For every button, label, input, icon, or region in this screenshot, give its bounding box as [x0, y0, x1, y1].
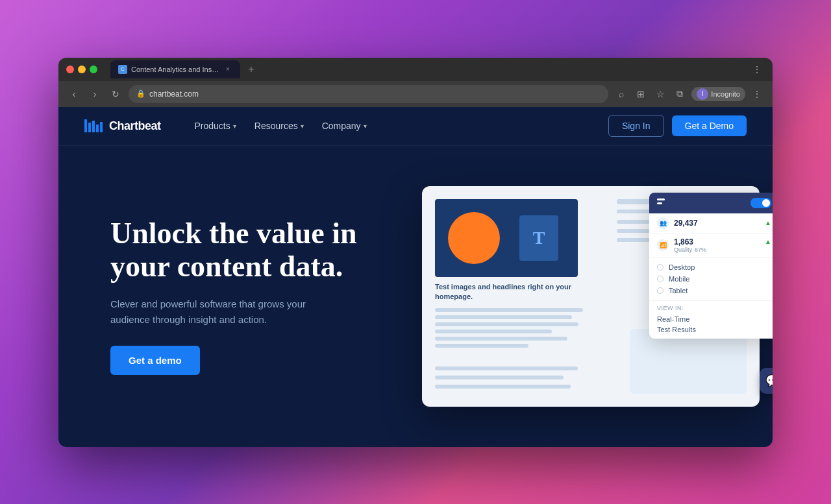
svg-rect-2 — [92, 121, 95, 132]
article-type-icon: T — [519, 215, 558, 261]
signal-icon: 📶 — [657, 239, 669, 251]
device-row-tablet[interactable]: Tablet — [657, 285, 771, 296]
article-line — [435, 315, 572, 319]
tab-bar: C Content Analytics and Insights × + — [110, 60, 744, 78]
mobile-radio[interactable] — [657, 276, 664, 282]
metric-visitors: 👥 29,437 ▲ — [649, 213, 773, 234]
view-realtime-option[interactable]: Real-Time — [657, 314, 771, 324]
sign-in-button[interactable]: Sign In — [608, 115, 664, 137]
visitors-icon: 👥 — [657, 217, 669, 229]
bookmark-icon[interactable]: ☆ — [652, 86, 668, 102]
profile-name: Incognito — [711, 90, 740, 98]
extensions-icon[interactable]: ⊞ — [633, 86, 649, 102]
toggle-switch[interactable] — [750, 198, 771, 208]
products-chevron-icon: ▾ — [233, 123, 236, 130]
chat-icon: 💬 — [765, 374, 773, 388]
hero-subtext: Clever and powerful software that grows … — [110, 296, 331, 328]
svg-rect-1 — [88, 123, 91, 132]
nav-links: Products ▾ Resources ▾ Company ▾ — [187, 117, 608, 135]
desktop-radio[interactable] — [657, 264, 664, 270]
orange-circle-decoration — [448, 212, 500, 264]
hero-visual: T Test images and headlines right on you… — [422, 186, 760, 407]
article-line — [435, 308, 583, 312]
tablet-label: Tablet — [669, 287, 688, 294]
forward-button[interactable]: › — [87, 86, 103, 102]
address-text: chartbeat.com — [149, 90, 199, 99]
content-line — [435, 376, 564, 379]
browser-options-icon[interactable]: ⋮ — [749, 86, 765, 102]
metric-detail: 1,863 ▲ Quality 67% — [674, 237, 771, 253]
tab-favicon-icon: C — [118, 65, 127, 74]
typography-icon: T — [533, 228, 545, 248]
article-caption: Test images and headlines right on your … — [435, 282, 591, 302]
toggle-knob — [762, 199, 770, 207]
maximize-button[interactable] — [90, 66, 97, 73]
content-line — [435, 385, 571, 389]
article-lines — [435, 308, 591, 348]
svg-rect-0 — [84, 119, 87, 132]
article-preview: T Test images and headlines right on you… — [435, 199, 591, 352]
tab-close-icon[interactable]: × — [223, 65, 232, 74]
article-line — [435, 337, 567, 341]
content-line — [435, 366, 578, 370]
new-tab-button[interactable]: + — [243, 61, 260, 78]
close-button[interactable] — [66, 66, 74, 73]
hero-headline: Unlock the value in your content data. — [110, 217, 383, 283]
device-row-mobile[interactable]: Mobile — [657, 273, 771, 285]
logo-line — [657, 202, 662, 204]
popup-logo-icon — [657, 198, 670, 208]
back-button[interactable]: ‹ — [66, 86, 82, 102]
tab-manager-icon[interactable]: ⧉ — [672, 86, 688, 102]
refresh-button[interactable]: ↻ — [108, 86, 123, 102]
analytics-popup: 👥 29,437 ▲ 📶 1,863 ▲ Quality — [649, 193, 773, 339]
dashboard-bottom-lines — [435, 366, 578, 394]
metric-up-icon-2: ▲ — [765, 238, 771, 245]
get-demo-button[interactable]: Get a Demo — [672, 115, 747, 136]
metric-engaged: 📶 1,863 ▲ Quality 67% — [649, 234, 773, 258]
browser-toolbar: ‹ › ↻ 🔒 chartbeat.com ⌕ ⊞ ☆ ⧉ I Incognit… — [58, 81, 773, 107]
browser-titlebar: C Content Analytics and Insights × + ⋮ — [58, 58, 773, 81]
hero-text: Unlock the value in your content data. C… — [110, 217, 383, 374]
device-row-desktop[interactable]: Desktop — [657, 261, 771, 273]
minimize-button[interactable] — [78, 66, 86, 73]
site-logo[interactable]: Chartbeat — [84, 119, 161, 133]
resources-chevron-icon: ▾ — [301, 123, 304, 130]
profile-chip[interactable]: I Incognito — [691, 87, 745, 101]
browser-window: C Content Analytics and Insights × + ⋮ ‹… — [58, 58, 773, 447]
mobile-label: Mobile — [669, 275, 689, 283]
device-options: Desktop Mobile Tablet — [649, 258, 773, 301]
address-bar[interactable]: 🔒 chartbeat.com — [129, 85, 608, 103]
site-nav: Chartbeat Products ▾ Resources ▾ Company… — [58, 107, 773, 146]
toolbar-actions: ⌕ ⊞ ☆ ⧉ I Incognito ⋮ — [614, 86, 765, 102]
logo-icon — [84, 119, 104, 132]
quality-label: Quality — [674, 246, 692, 253]
quality-value: 67% — [695, 246, 706, 253]
website-content: Chartbeat Products ▾ Resources ▾ Company… — [58, 107, 773, 447]
tab-title: Content Analytics and Insights — [131, 66, 219, 73]
metric-up-icon-1: ▲ — [765, 219, 771, 226]
nav-actions: Sign In Get a Demo — [608, 115, 747, 137]
hero-cta-button[interactable]: Get a demo — [110, 346, 200, 375]
view-test-option[interactable]: Test Results — [657, 324, 771, 335]
metric-value-1: 29,437 — [674, 219, 760, 228]
logo-text: Chartbeat — [109, 119, 161, 133]
article-image: T — [435, 199, 578, 277]
browser-menu-icon[interactable]: ⋮ — [749, 62, 765, 77]
article-line — [435, 344, 528, 348]
view-in-label: View in: — [657, 305, 771, 311]
nav-link-resources[interactable]: Resources ▾ — [247, 117, 312, 135]
traffic-lights — [66, 66, 97, 73]
chat-button[interactable]: 💬 — [760, 368, 773, 394]
tablet-radio[interactable] — [657, 287, 664, 294]
view-in-section: View in: Real-Time Test Results — [649, 301, 773, 339]
nav-link-products[interactable]: Products ▾ — [187, 117, 244, 135]
metric-value-2: 1,863 — [674, 237, 762, 246]
nav-link-company[interactable]: Company ▾ — [314, 117, 375, 135]
search-icon[interactable]: ⌕ — [614, 86, 629, 102]
active-tab[interactable]: C Content Analytics and Insights × — [110, 60, 240, 78]
dashboard-bottom-block — [630, 329, 747, 394]
hero-section: Unlock the value in your content data. C… — [58, 146, 773, 447]
article-line — [435, 330, 552, 333]
avatar: I — [697, 88, 708, 100]
article-line — [435, 322, 578, 326]
